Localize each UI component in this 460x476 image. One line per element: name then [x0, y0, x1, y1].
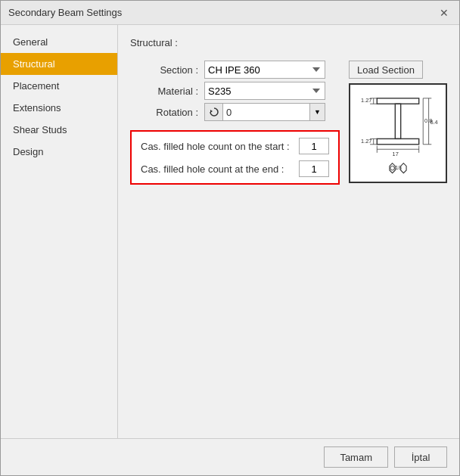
svg-marker-24 — [401, 163, 406, 173]
hole-start-input[interactable] — [299, 138, 329, 154]
section-label: Section : — [130, 64, 198, 76]
sidebar-item-placement[interactable]: Placement — [1, 75, 117, 97]
rotation-value: 0 — [223, 105, 309, 120]
sidebar-item-design[interactable]: Design — [1, 141, 117, 163]
top-section: Section : CH IPE 360 Material : S235 Rot… — [130, 61, 447, 185]
dialog-footer: Tamam İptal — [1, 438, 459, 475]
svg-rect-2 — [395, 104, 400, 138]
cancel-button[interactable]: İptal — [394, 446, 447, 468]
svg-rect-3 — [377, 138, 418, 144]
rotation-label: Rotation : — [130, 107, 198, 118]
main-content: Structural : Section : CH IPE 360 Materi… — [118, 25, 459, 438]
ok-button[interactable]: Tamam — [324, 446, 388, 468]
close-button[interactable]: ✕ — [437, 5, 452, 20]
highlighted-box: Cas. filled hole count on the start : Ca… — [130, 130, 340, 185]
secondary-beam-settings-dialog: Secondary Beam Settings ✕ General Struct… — [0, 0, 460, 476]
section-select[interactable]: CH IPE 360 — [204, 61, 325, 79]
dialog-title: Secondary Beam Settings — [8, 7, 122, 18]
dialog-body: General Structural Placement Extensions … — [1, 25, 459, 438]
sidebar: General Structural Placement Extensions … — [1, 25, 118, 438]
material-label: Material : — [130, 86, 198, 97]
title-bar: Secondary Beam Settings ✕ — [1, 1, 459, 25]
hole-end-row: Cas. filled hole count at the end : — [141, 160, 329, 177]
hole-end-label: Cas. filled hole count at the end : — [141, 163, 293, 175]
hole-end-input[interactable] — [299, 160, 329, 177]
svg-text:1.27: 1.27 — [361, 97, 371, 104]
sidebar-item-extensions[interactable]: Extensions — [1, 97, 117, 119]
svg-text:1.27: 1.27 — [361, 138, 371, 145]
rotation-input-group: 0 ▼ — [204, 103, 325, 121]
svg-rect-1 — [377, 98, 418, 104]
svg-text:17: 17 — [393, 151, 399, 157]
svg-point-23 — [390, 166, 395, 170]
svg-text:18: 18 — [395, 164, 401, 171]
form-area: Section : CH IPE 360 Material : S235 Rot… — [130, 61, 340, 185]
svg-text:6.4: 6.4 — [430, 119, 437, 126]
cross-section-diagram: 0.8 6.4 1.27 — [353, 88, 443, 179]
rotation-icon — [205, 104, 223, 120]
hole-start-row: Cas. filled hole count on the start : — [141, 138, 329, 154]
rotation-dropdown[interactable]: ▼ — [309, 104, 325, 120]
hole-start-label: Cas. filled hole count on the start : — [141, 141, 293, 152]
section-row: Section : CH IPE 360 — [130, 61, 340, 79]
svg-marker-0 — [210, 110, 213, 113]
sidebar-item-structural[interactable]: Structural — [1, 53, 117, 75]
sidebar-item-shear-studs[interactable]: Shear Studs — [1, 119, 117, 141]
diagram-area: 0.8 6.4 1.27 — [349, 83, 447, 183]
section-title: Structural : — [130, 37, 447, 48]
load-section-button[interactable]: Load Section — [349, 61, 423, 79]
material-row: Material : S235 — [130, 82, 340, 100]
rotation-row: Rotation : 0 ▼ — [130, 103, 340, 121]
sidebar-item-general[interactable]: General — [1, 31, 117, 53]
material-select[interactable]: S235 — [204, 82, 325, 100]
